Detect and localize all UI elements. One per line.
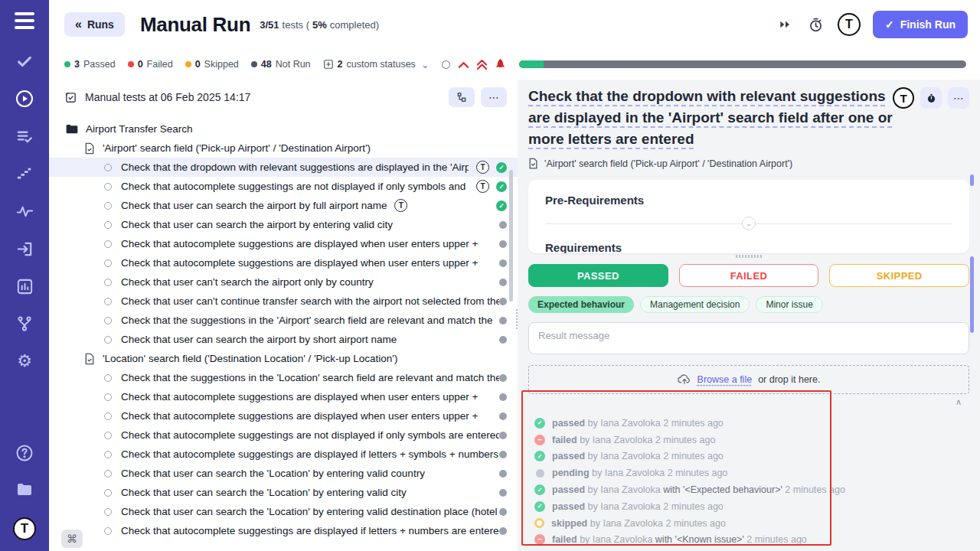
test-row[interactable]: Check that autocomplete suggestings are … — [49, 425, 518, 445]
tree-suite[interactable]: 'Location' search field ('Destination Lo… — [49, 349, 518, 368]
test-row[interactable]: Check that user can't continue transfer … — [49, 292, 518, 311]
tree-scrollbar[interactable] — [509, 170, 513, 302]
help-icon[interactable] — [15, 444, 34, 462]
test-circle-icon — [104, 336, 112, 344]
test-status-icon — [496, 201, 507, 211]
test-timer-button[interactable] — [920, 87, 942, 109]
test-row[interactable]: Check that autocomplete suggestings are … — [49, 177, 518, 196]
run-progress-bar[interactable] — [519, 60, 966, 68]
tests-check-icon[interactable] — [15, 52, 34, 70]
test-status-icon — [499, 470, 507, 478]
result-message-input[interactable] — [528, 322, 969, 354]
test-row[interactable]: Check that user can't search the airport… — [49, 272, 518, 292]
steps-icon[interactable] — [15, 165, 34, 183]
test-circle-icon — [104, 393, 112, 401]
hamburger-menu-icon[interactable] — [15, 12, 34, 29]
test-circle-icon — [104, 489, 112, 497]
activity-entry: pending by Iana Zavoloka 2 minutes ago — [534, 465, 969, 481]
test-row[interactable]: Check that autocomplete suggestions are … — [49, 253, 518, 272]
section-collapse-button[interactable]: ⌄ — [742, 217, 756, 230]
plans-list-check-icon[interactable] — [15, 127, 34, 145]
test-row[interactable]: Check that autocomplete suggestings are … — [49, 445, 518, 464]
tree-folder[interactable]: Airport Transfer Search — [49, 119, 518, 139]
test-row[interactable]: Check that autocomplete suggestings are … — [49, 521, 518, 540]
splitter-grip[interactable] — [528, 253, 969, 259]
test-row[interactable]: Check that user can search the airport b… — [49, 330, 518, 349]
suite-breadcrumb[interactable]: 'Airport' search field ('Pick-up Airport… — [528, 158, 969, 169]
test-status-icon — [499, 221, 507, 229]
custom-statuses-toggle[interactable]: 2custom statuses ⌄ — [323, 59, 433, 70]
test-row[interactable]: Check that user can search the 'Location… — [49, 502, 518, 521]
test-logo-icon[interactable]: T — [893, 87, 914, 109]
detail-scrollbar-top[interactable] — [970, 174, 974, 186]
import-icon[interactable] — [15, 240, 34, 258]
test-row[interactable]: Check that autocomplete suggestions are … — [49, 387, 518, 406]
automated-t-icon: T — [476, 161, 489, 174]
tree-suite[interactable]: 'Airport' search field ('Pick-up Airport… — [49, 139, 518, 158]
timer-icon[interactable] — [807, 15, 825, 34]
plus-square-icon — [323, 59, 334, 70]
activity-status-icon — [534, 534, 545, 545]
priority-normal-icon[interactable] — [442, 60, 450, 69]
tag-minor-issue[interactable]: Minor issue — [756, 296, 822, 313]
failed-button[interactable]: FAILED — [679, 264, 819, 287]
activity-pulse-icon[interactable] — [15, 202, 34, 220]
reports-chart-icon[interactable] — [15, 277, 34, 295]
test-title[interactable]: Check that the dropdown with relevant su… — [528, 86, 893, 150]
file-dropzone[interactable]: Browse a file or drop it here. — [528, 365, 969, 394]
test-status-icon — [499, 489, 507, 497]
test-row[interactable]: Check that user can search the airport b… — [49, 196, 518, 215]
test-row[interactable]: Check that the dropdown with relevant su… — [49, 158, 518, 177]
tree-more-button[interactable]: ⋯ — [481, 87, 507, 107]
passed-button[interactable]: PASSED — [528, 264, 668, 287]
skipped-button[interactable]: SKIPPED — [829, 264, 969, 287]
test-row[interactable]: Check that user can search the 'Location… — [49, 483, 518, 502]
test-tree-panel: Manual tests at 06 Feb 2025 14:17 ⋯ Airp… — [49, 80, 518, 551]
test-row[interactable]: Check that user can search the airport b… — [49, 215, 518, 234]
testomat-logo[interactable]: T — [13, 517, 36, 540]
chevron-down-icon: ⌄ — [421, 59, 430, 70]
runs-play-icon[interactable] — [15, 90, 34, 108]
activity-status-icon — [536, 469, 544, 478]
test-row[interactable]: Check that autocomplete suggestions are … — [49, 406, 518, 425]
test-status-icon — [499, 336, 507, 344]
finish-run-button[interactable]: ✓ Finish Run — [873, 11, 968, 38]
collapse-activity-button[interactable]: ∧ — [528, 394, 969, 407]
priority-higher-icon[interactable] — [477, 60, 487, 70]
browse-file-link[interactable]: Browse a file — [697, 374, 753, 385]
test-more-button[interactable]: ⋯ — [948, 87, 969, 109]
test-row[interactable]: Check that the suggestions in the 'Airpo… — [49, 311, 518, 330]
settings-gear-icon[interactable]: ⚙ — [15, 352, 34, 370]
automated-t-icon: T — [394, 199, 407, 212]
test-status-icon — [499, 451, 507, 458]
test-detail-panel: Check that the dropdown with relevant su… — [518, 80, 980, 551]
tree-view-button[interactable] — [449, 87, 475, 107]
chevrons-left-icon: « — [75, 18, 82, 31]
test-circle-icon — [104, 164, 112, 171]
back-to-runs-button[interactable]: « Runs — [64, 12, 125, 37]
run-logo-icon[interactable]: T — [838, 13, 861, 36]
detail-scrollbar-mid[interactable] — [970, 256, 974, 333]
status-tags: Expected behaviour Management decision M… — [528, 296, 969, 313]
tag-management-decision[interactable]: Management decision — [640, 296, 750, 313]
priority-high-icon[interactable] — [459, 61, 469, 68]
tree-header: Manual tests at 06 Feb 2025 14:17 ⋯ — [49, 80, 518, 115]
command-shortcut-badge[interactable]: ⌘ — [61, 530, 83, 548]
priority-critical-rocket-icon[interactable] — [495, 59, 505, 70]
fast-forward-icon[interactable] — [776, 15, 795, 34]
tag-expected-behaviour[interactable]: Expected behaviour — [528, 296, 634, 313]
activity-status-icon — [534, 501, 545, 512]
test-circle-icon — [104, 202, 112, 210]
branch-icon[interactable] — [15, 315, 34, 333]
priority-filters — [442, 59, 505, 70]
test-row[interactable]: Check that the suggestions in the 'Locat… — [49, 368, 518, 387]
test-circle-icon — [104, 240, 112, 248]
tree-list: Airport Transfer Search 'Airport' search… — [49, 115, 518, 540]
test-status-icon — [499, 298, 507, 305]
checklist-icon — [64, 91, 77, 104]
failed-dot-icon — [128, 61, 134, 67]
test-row[interactable]: Check that user can search the 'Location… — [49, 464, 518, 483]
projects-folder-icon[interactable] — [15, 481, 34, 499]
test-row[interactable]: Check that autocomplete suggestions are … — [49, 234, 518, 253]
test-circle-icon — [104, 317, 112, 324]
